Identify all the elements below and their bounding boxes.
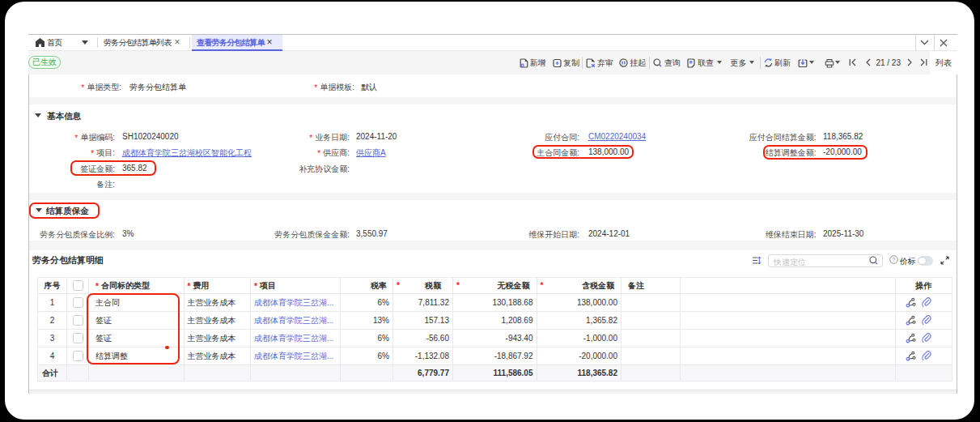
svg-text:?: ? [893, 257, 896, 262]
